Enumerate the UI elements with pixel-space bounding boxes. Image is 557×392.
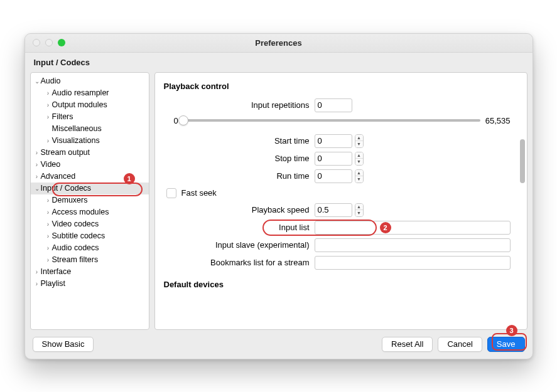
tree-item-label: Video codecs — [52, 220, 99, 228]
fast-seek-label: Fast seek — [181, 188, 217, 198]
row-start-time: Start time ▲▼ — [164, 134, 511, 148]
show-basic-button[interactable]: Show Basic — [33, 337, 94, 352]
footer: Show Basic Reset All Cancel Save — [25, 330, 533, 359]
chevron-right-icon: › — [45, 90, 52, 97]
input-list-field[interactable] — [315, 221, 511, 235]
tree-item-audio-resampler[interactable]: ›Audio resampler — [31, 87, 149, 99]
row-fast-seek: Fast seek — [164, 188, 511, 198]
tree-item-audio-codecs[interactable]: ›Audio codecs — [31, 242, 149, 254]
tree-item-label: Stream filters — [52, 255, 99, 264]
start-time-field[interactable] — [315, 134, 352, 148]
start-time-label: Start time — [164, 136, 315, 146]
run-time-label: Run time — [164, 171, 315, 181]
chevron-right-icon: › — [45, 221, 52, 228]
tree-item-label: Access modules — [52, 208, 109, 216]
bookmarks-label: Bookmarks list for a stream — [164, 258, 315, 267]
chevron-right-icon: › — [33, 161, 41, 168]
stop-time-field[interactable] — [315, 152, 352, 166]
content-area: ⌄Audio ›Audio resampler ›Output modules … — [25, 72, 533, 330]
tree-item-label: Video — [41, 160, 61, 169]
tree-item-interface[interactable]: ›Interface — [31, 266, 149, 278]
slider-min: 0 — [174, 116, 178, 125]
playback-speed-label: Playback speed — [164, 205, 315, 215]
settings-scroll[interactable]: Playback control Input repetitions 0 65,… — [155, 73, 519, 329]
tree-item-subtitle-codecs[interactable]: ›Subtitle codecs — [31, 230, 149, 242]
chevron-down-icon[interactable]: ▼ — [355, 141, 363, 147]
start-time-stepper[interactable]: ▲▼ — [355, 134, 364, 148]
tree-item-demuxers[interactable]: ›Demuxers — [31, 194, 149, 206]
stop-time-label: Stop time — [164, 154, 315, 163]
fast-seek-checkbox[interactable] — [166, 188, 176, 198]
tree-item-video[interactable]: ›Video — [31, 159, 149, 171]
stop-time-stepper[interactable]: ▲▼ — [355, 152, 364, 166]
repetitions-slider[interactable] — [183, 119, 480, 122]
tree-item-video-codecs[interactable]: ›Video codecs — [31, 218, 149, 230]
slider-thumb[interactable] — [178, 115, 188, 125]
chevron-right-icon: › — [45, 197, 52, 204]
chevron-right-icon: › — [45, 137, 52, 144]
chevron-right-icon: › — [33, 280, 41, 287]
tree-item-label: Interface — [41, 267, 72, 276]
tree-item-stream-filters[interactable]: ›Stream filters — [31, 254, 149, 266]
scrollbar-thumb[interactable] — [520, 139, 525, 183]
chevron-right-icon: › — [45, 209, 52, 216]
input-slave-label: Input slave (experimental) — [164, 240, 315, 250]
group-playback-control: Playback control — [164, 82, 511, 91]
tree-item-miscellaneous[interactable]: Miscellaneous — [31, 123, 149, 135]
tree-item-filters[interactable]: ›Filters — [31, 111, 149, 123]
row-bookmarks: Bookmarks list for a stream — [164, 256, 511, 270]
category-tree[interactable]: ⌄Audio ›Audio resampler ›Output modules … — [30, 72, 149, 330]
chevron-down-icon[interactable]: ▼ — [355, 159, 363, 165]
run-time-field[interactable] — [315, 169, 352, 183]
slider-max: 65,535 — [485, 116, 511, 125]
save-button[interactable]: Save — [487, 337, 525, 352]
chevron-up-icon[interactable]: ▲ — [355, 170, 363, 177]
playback-speed-stepper[interactable]: ▲▼ — [355, 203, 364, 217]
row-input-list: Input list — [164, 221, 511, 235]
tree-item-label: Visualizations — [52, 136, 100, 145]
tree-item-label: Advanced — [41, 172, 76, 181]
tree-item-label: Audio codecs — [52, 243, 99, 252]
pane-scrollbar[interactable] — [519, 77, 526, 326]
input-slave-field[interactable] — [315, 238, 511, 252]
tree-item-output-modules[interactable]: ›Output modules — [31, 99, 149, 111]
row-input-slave: Input slave (experimental) — [164, 238, 511, 252]
playback-speed-field[interactable] — [315, 203, 352, 217]
tree-item-visualizations[interactable]: ›Visualizations — [31, 135, 149, 147]
tree-item-audio[interactable]: ⌄Audio — [31, 75, 149, 87]
chevron-right-icon: › — [45, 233, 52, 240]
row-run-time: Run time ▲▼ — [164, 169, 511, 183]
chevron-down-icon: ⌄ — [33, 185, 41, 192]
tree-item-label: Audio resampler — [52, 88, 109, 97]
chevron-right-icon: › — [45, 245, 52, 252]
input-repetitions-field[interactable] — [315, 98, 352, 112]
chevron-up-icon[interactable]: ▲ — [355, 152, 363, 159]
input-repetitions-label: Input repetitions — [164, 100, 315, 110]
tree-item-stream-output[interactable]: ›Stream output — [31, 147, 149, 159]
preferences-window: Preferences Input / Codecs ⌄Audio ›Audio… — [24, 33, 533, 359]
tree-item-label: Stream output — [41, 148, 90, 157]
chevron-up-icon[interactable]: ▲ — [355, 204, 363, 211]
chevron-down-icon[interactable]: ▼ — [355, 210, 363, 216]
tree-item-advanced[interactable]: ›Advanced — [31, 171, 149, 183]
bookmarks-field[interactable] — [315, 256, 511, 270]
chevron-down-icon[interactable]: ▼ — [355, 176, 363, 183]
chevron-right-icon: › — [45, 102, 52, 109]
tree-item-label: Playlist — [41, 279, 66, 288]
group-default-devices: Default devices — [164, 280, 511, 289]
tree-item-playlist[interactable]: ›Playlist — [31, 278, 149, 290]
tree-item-label: Output modules — [52, 100, 107, 109]
cancel-button[interactable]: Cancel — [438, 337, 482, 352]
tree-item-input-codecs[interactable]: ⌄Input / Codecs — [31, 183, 149, 194]
input-list-label: Input list — [164, 223, 315, 232]
chevron-right-icon: › — [45, 257, 52, 263]
titlebar: Preferences — [25, 34, 533, 53]
chevron-up-icon[interactable]: ▲ — [355, 135, 363, 142]
reset-all-button[interactable]: Reset All — [382, 337, 433, 352]
chevron-down-icon: ⌄ — [33, 78, 41, 85]
tree-item-label: Audio — [41, 77, 61, 85]
window-title: Preferences — [25, 38, 533, 48]
tree-item-access-modules[interactable]: ›Access modules — [31, 206, 149, 218]
run-time-stepper[interactable]: ▲▼ — [355, 169, 364, 183]
row-playback-speed: Playback speed ▲▼ — [164, 203, 511, 217]
